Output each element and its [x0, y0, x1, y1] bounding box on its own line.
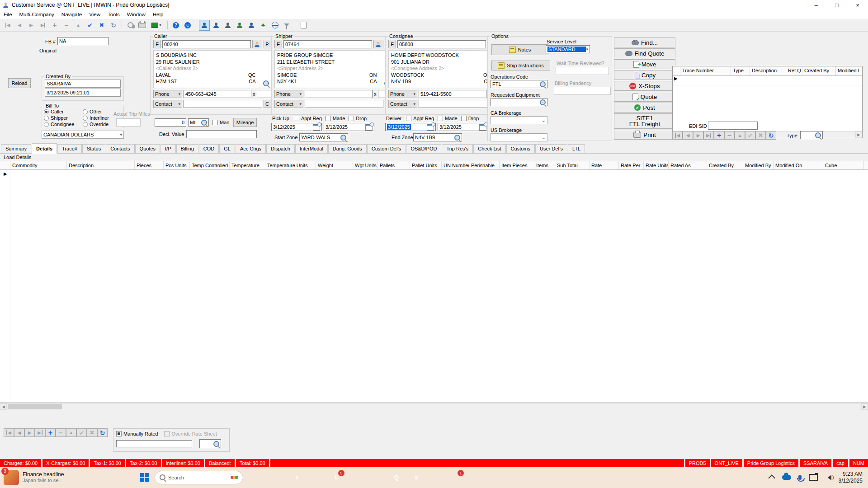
monitor-dropdown-icon[interactable]: ▾ [148, 20, 165, 31]
currency-select[interactable]: CANADIAN DOLLARS▾ [42, 131, 124, 139]
globe-icon[interactable] [269, 20, 280, 31]
trace-column-header[interactable]: Modified I [836, 66, 863, 75]
consignee-code-input[interactable] [397, 40, 486, 48]
driver-icon[interactable] [222, 20, 233, 31]
grid-column-header[interactable]: Items [534, 161, 555, 169]
menu-item[interactable]: Tools [104, 11, 123, 18]
ca-brokerage-select[interactable]: ⌄ [491, 116, 547, 124]
actual-trip-miles-input[interactable] [116, 118, 141, 127]
trace-column-header[interactable]: Type [731, 66, 750, 75]
shipper-person-button[interactable] [373, 40, 383, 48]
end-zone-zoom-icon[interactable] [454, 135, 460, 141]
x-app-icon[interactable]: x [410, 472, 422, 483]
calendar-icon[interactable] [365, 124, 373, 131]
move-button[interactable]: Move [614, 59, 675, 69]
caller-p-button[interactable]: P [264, 40, 271, 48]
delete-record-icon[interactable]: − [56, 428, 66, 437]
shipper-code-input[interactable] [283, 40, 372, 48]
shipper-phone-input[interactable] [305, 90, 373, 98]
grid-column-header[interactable]: Pieces [135, 161, 164, 169]
bill-to-radio[interactable]: Shipper [44, 115, 83, 121]
help-icon[interactable]: ? [170, 20, 181, 31]
post-edit-icon[interactable]: ✔ [76, 428, 87, 437]
calendar-icon[interactable] [427, 124, 434, 131]
menu-item[interactable]: Help [149, 11, 167, 18]
tab[interactable]: Dispatch [266, 144, 295, 153]
tab[interactable]: Customs [506, 144, 535, 153]
grid-column-header[interactable]: Cube [823, 161, 864, 169]
l-app-icon[interactable]: L5 [331, 472, 343, 483]
accounts-icon[interactable] [234, 20, 245, 31]
manually-rated-checkbox[interactable]: Manually Rated [116, 431, 158, 436]
menu-item[interactable]: File [0, 11, 16, 18]
prior-record-icon[interactable]: ◀ [14, 428, 24, 437]
consignee-phone-select[interactable]: Phone▾ [388, 90, 417, 98]
attachments-icon[interactable] [125, 20, 136, 31]
tab[interactable]: Contacts [106, 144, 134, 153]
shipper-contact-select[interactable]: Contact▾ [274, 100, 303, 108]
customer-icon[interactable] [199, 20, 210, 31]
caller-code-input[interactable] [162, 40, 251, 48]
chrome-icon[interactable] [371, 472, 382, 483]
cast-icon[interactable] [809, 474, 818, 481]
deliver-date-late[interactable]: 3/12/2025 [439, 124, 462, 130]
trip-miles-input[interactable] [155, 118, 186, 127]
pickup-checkbox[interactable]: Drop [349, 116, 367, 121]
consignee-f-button[interactable]: F [388, 40, 396, 48]
caller-f-button[interactable]: F [153, 40, 161, 48]
post-button[interactable]: ✔Post [614, 103, 675, 113]
tab[interactable]: I/P [160, 144, 175, 153]
insert-record-icon[interactable]: + [45, 428, 56, 437]
find-button[interactable]: Find... [614, 38, 675, 47]
grid-column-header[interactable]: Rate Per [619, 161, 644, 169]
requested-equipment-zoom-icon[interactable] [540, 99, 546, 105]
speaker-icon[interactable] [825, 475, 831, 480]
tab[interactable]: InterModal [295, 144, 328, 153]
cancel-edit-icon[interactable]: ✖ [755, 131, 766, 140]
decl-value-input[interactable] [186, 130, 257, 138]
trace-column-header[interactable]: Trace Number [680, 66, 731, 75]
prior-record-icon[interactable]: ◀ [14, 20, 25, 31]
grid-column-header[interactable]: Rate [590, 161, 619, 169]
post-edit-icon[interactable]: ✔ [745, 131, 755, 140]
tab[interactable]: Dang. Goods [328, 144, 367, 153]
shipper-f-button[interactable]: F [274, 40, 282, 48]
scroll-left-icon[interactable]: ◀ [0, 404, 7, 410]
edit-record-icon[interactable]: ▲ [66, 428, 76, 437]
site-button[interactable]: SITE1FTL Freight [614, 113, 675, 129]
service-level-select[interactable]: STANDARD▾ [546, 45, 590, 53]
grid-column-header[interactable]: Created By [707, 161, 743, 169]
system-app-icon[interactable] [251, 472, 263, 483]
caller-person-button[interactable] [252, 40, 262, 48]
x-stops-button[interactable]: STOPX-Stops [614, 81, 675, 91]
caller-zoom-icon[interactable] [263, 80, 269, 86]
grid-column-header[interactable]: Perishable [469, 161, 500, 169]
tab[interactable]: Billing [176, 144, 198, 153]
man-checkbox[interactable]: Man [212, 120, 229, 125]
first-record-icon[interactable]: ◀ [2, 20, 13, 31]
document-icon[interactable] [298, 20, 309, 31]
rating-input[interactable] [116, 440, 192, 447]
customer-monitor-icon[interactable] [211, 20, 222, 31]
carriers-icon[interactable] [246, 20, 257, 31]
q-app-icon[interactable]: Q [391, 472, 402, 483]
refresh-icon[interactable]: ↻ [97, 428, 108, 437]
first-record-icon[interactable]: ◀ [4, 428, 14, 437]
print-icon[interactable] [137, 20, 147, 31]
override-rate-sheet-checkbox[interactable]: Override Rate Sheet [164, 431, 217, 436]
consignee-phone-input[interactable] [419, 90, 486, 98]
cancel-edit-icon[interactable]: ✖ [96, 20, 107, 31]
calendar-icon[interactable] [313, 124, 320, 131]
shipper-contact-input[interactable] [305, 100, 383, 108]
people-app-icon[interactable] [470, 472, 482, 483]
chevron-up-icon[interactable] [768, 474, 775, 482]
grid-column-header[interactable]: Temperature [230, 161, 265, 169]
first-record-icon[interactable]: ◀ [672, 131, 683, 140]
user-help-icon[interactable]: ☺ [182, 20, 193, 31]
menu-item[interactable]: Multi-Company [16, 11, 58, 18]
calendar-icon[interactable] [479, 124, 486, 131]
grid-column-header[interactable]: Pallets [378, 161, 410, 169]
pickup-date-early[interactable]: 3/12/2025 [273, 124, 295, 130]
pickup-checkbox[interactable]: Made [326, 116, 345, 121]
notes-button[interactable]: Notes [491, 44, 548, 55]
